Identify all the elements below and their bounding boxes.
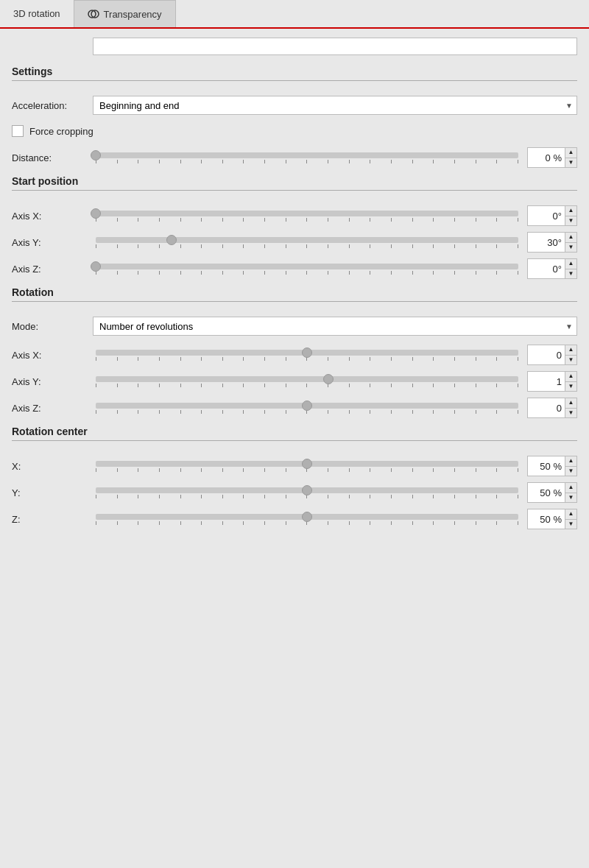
tick-mark [180, 384, 181, 387]
spinbox-rot-axis-x[interactable]: 0▲▼ [527, 345, 577, 365]
slider-area-center-z[interactable] [93, 514, 521, 525]
slider-track-center-y[interactable] [96, 487, 518, 493]
name-input[interactable] [93, 38, 577, 55]
spinbox-down-rot-axis-z[interactable]: ▼ [565, 409, 576, 418]
spinbox-down-start-axis-y[interactable]: ▼ [565, 243, 576, 253]
dropdown-select-rotation-mode[interactable]: Number of revolutionsAngleSpeed [93, 317, 577, 336]
spinbox-up-center-y[interactable]: ▲ [565, 483, 576, 493]
tick-mark [306, 384, 307, 387]
slider-thumb-rot-axis-y[interactable] [323, 374, 334, 384]
tick-mark [201, 244, 202, 248]
tick-mark [222, 271, 223, 275]
spinbox-start-axis-y[interactable]: 30°▲▼ [527, 232, 577, 253]
slider-track-distance[interactable] [96, 152, 518, 158]
tick-mark [328, 271, 328, 275]
section-title-start-position: Start position [12, 175, 577, 191]
spinbox-up-start-axis-z[interactable]: ▲ [565, 259, 576, 269]
spinbox-start-axis-x[interactable]: 0°▲▼ [527, 205, 577, 226]
slider-track-rot-axis-x[interactable] [96, 350, 518, 356]
tick-mark [454, 468, 455, 472]
spinbox-up-center-x[interactable]: ▲ [565, 456, 576, 467]
spinbox-down-start-axis-x[interactable]: ▼ [565, 216, 576, 226]
slider-track-start-axis-z[interactable] [96, 264, 518, 269]
spinbox-up-rot-axis-y[interactable]: ▲ [565, 372, 576, 382]
dropdown-select-acceleration[interactable]: Beginning and endBeginningEndNone [93, 96, 577, 115]
spinbox-down-center-y[interactable]: ▼ [565, 493, 576, 503]
slider-area-rot-axis-y[interactable] [93, 376, 521, 387]
tab-transparency[interactable]: Transparency [74, 0, 176, 27]
tick-mark [222, 244, 223, 248]
slider-track-center-z[interactable] [96, 514, 518, 520]
slider-thumb-start-axis-x[interactable] [91, 208, 101, 219]
slider-area-distance[interactable] [93, 152, 521, 163]
spinbox-rot-axis-z[interactable]: 0▲▼ [527, 398, 577, 418]
tick-mark [412, 384, 413, 387]
tick-mark [138, 410, 138, 414]
spinbox-down-rot-axis-x[interactable]: ▼ [565, 356, 576, 365]
spinbox-center-y[interactable]: 50 %▲▼ [527, 482, 577, 503]
spinbox-down-rot-axis-y[interactable]: ▼ [565, 382, 576, 392]
tick-mark [349, 244, 350, 248]
spinbox-down-distance[interactable]: ▼ [565, 158, 576, 168]
tick-mark [328, 521, 328, 525]
spinbox-distance[interactable]: 0 %▲▼ [527, 147, 577, 168]
slider-track-start-axis-y[interactable] [96, 237, 518, 243]
spinbox-start-axis-z[interactable]: 0°▲▼ [527, 258, 577, 279]
slider-thumb-center-y[interactable] [302, 485, 312, 495]
tab-3d-rotation[interactable]: 3D rotation [0, 0, 74, 27]
slider-area-start-axis-x[interactable] [93, 211, 521, 222]
slider-area-start-axis-y[interactable] [93, 237, 521, 248]
tick-mark [454, 218, 455, 222]
tick-mark [222, 521, 223, 525]
tick-mark [370, 495, 370, 498]
field-row-center-y: Y:50 %▲▼ [12, 478, 577, 504]
tick-mark [454, 244, 455, 248]
slider-area-center-x[interactable] [93, 461, 521, 472]
slider-track-rot-axis-y[interactable] [96, 376, 518, 382]
slider-thumb-start-axis-y[interactable] [166, 235, 177, 245]
spinbox-up-rot-axis-z[interactable]: ▲ [565, 398, 576, 409]
spinbox-arrows-center-y: ▲▼ [565, 483, 576, 502]
slider-area-center-y[interactable] [93, 487, 521, 498]
slider-thumb-rot-axis-x[interactable] [302, 347, 312, 358]
slider-thumb-start-axis-z[interactable] [91, 261, 101, 272]
tick-mark [243, 357, 244, 361]
checkbox-row-force-cropping[interactable]: Force cropping [12, 119, 577, 143]
dropdown-wrapper-acceleration[interactable]: Beginning and endBeginningEndNone▼ [93, 96, 577, 115]
slider-area-rot-axis-z[interactable] [93, 403, 521, 414]
spinbox-center-z[interactable]: 50 %▲▼ [527, 509, 577, 529]
tick-mark [518, 468, 518, 472]
spinbox-center-x[interactable]: 50 %▲▼ [527, 456, 577, 476]
spinbox-rot-axis-y[interactable]: 1▲▼ [527, 371, 577, 392]
spinbox-up-start-axis-x[interactable]: ▲ [565, 206, 576, 216]
slider-track-start-axis-x[interactable] [96, 211, 518, 216]
tick-mark [138, 271, 138, 275]
spinbox-up-start-axis-y[interactable]: ▲ [565, 233, 576, 243]
field-row-start-axis-y: Axis Y:30°▲▼ [12, 227, 577, 254]
spinbox-down-center-z[interactable]: ▼ [565, 520, 576, 529]
dropdown-wrapper-rotation-mode[interactable]: Number of revolutionsAngleSpeed▼ [93, 317, 577, 336]
slider-thumb-distance[interactable] [91, 150, 101, 160]
slider-track-center-x[interactable] [96, 461, 518, 467]
spinbox-up-rot-axis-x[interactable]: ▲ [565, 345, 576, 356]
slider-track-rot-axis-z[interactable] [96, 403, 518, 409]
spinbox-up-center-z[interactable]: ▲ [565, 509, 576, 520]
slider-thumb-center-x[interactable] [302, 459, 312, 469]
field-label-rot-axis-y: Axis Y: [12, 376, 93, 387]
tick-mark [412, 271, 413, 275]
tick-mark [349, 495, 350, 498]
dropdown-label-rotation-mode: Mode: [12, 321, 93, 332]
tick-mark [96, 410, 96, 414]
tab-label-3d-rotation: 3D rotation [13, 8, 60, 19]
spinbox-up-distance[interactable]: ▲ [565, 148, 576, 158]
slider-thumb-rot-axis-z[interactable] [302, 401, 312, 411]
spinbox-arrows-rot-axis-y: ▲▼ [565, 372, 576, 391]
tick-mark [306, 271, 307, 275]
tick-mark [476, 271, 476, 275]
spinbox-down-center-x[interactable]: ▼ [565, 467, 576, 476]
spinbox-down-start-axis-z[interactable]: ▼ [565, 269, 576, 279]
slider-area-start-axis-z[interactable] [93, 264, 521, 275]
slider-area-rot-axis-x[interactable] [93, 350, 521, 361]
checkbox-force-cropping[interactable] [12, 125, 24, 137]
slider-thumb-center-z[interactable] [302, 512, 312, 522]
